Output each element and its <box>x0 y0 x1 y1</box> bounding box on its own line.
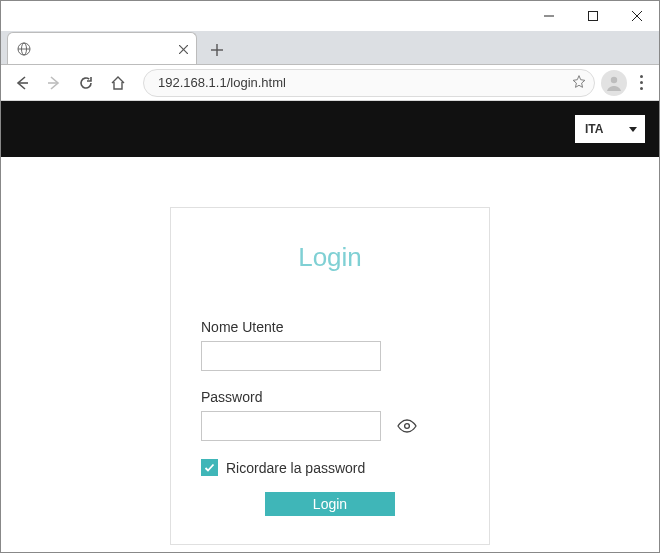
plus-icon <box>211 44 223 56</box>
maximize-icon <box>588 11 598 21</box>
close-icon <box>632 11 642 21</box>
window-titlebar <box>1 1 659 31</box>
browser-tab-strip <box>1 31 659 65</box>
password-row: Password <box>201 389 459 441</box>
browser-tab[interactable] <box>7 32 197 64</box>
arrow-left-icon <box>14 75 30 91</box>
reload-button[interactable] <box>71 68 101 98</box>
kebab-dot-icon <box>640 87 643 90</box>
profile-button[interactable] <box>601 70 627 96</box>
language-selector[interactable]: ITA <box>575 115 645 143</box>
password-label: Password <box>201 389 459 405</box>
new-tab-button[interactable] <box>203 36 231 64</box>
window-minimize-button[interactable] <box>527 1 571 31</box>
back-button[interactable] <box>7 68 37 98</box>
home-button[interactable] <box>103 68 133 98</box>
bookmark-button[interactable] <box>572 74 586 91</box>
show-password-button[interactable] <box>397 419 417 437</box>
login-title: Login <box>201 242 459 273</box>
arrow-right-icon <box>46 75 62 91</box>
kebab-dot-icon <box>640 75 643 78</box>
remember-label: Ricordare la password <box>226 460 365 476</box>
person-icon <box>605 74 623 92</box>
login-card: Login Nome Utente Password Ricordare la … <box>170 207 490 545</box>
login-area: Login Nome Utente Password Ricordare la … <box>1 157 659 545</box>
svg-point-14 <box>405 424 410 429</box>
reload-icon <box>78 75 94 91</box>
username-label: Nome Utente <box>201 319 459 335</box>
forward-button[interactable] <box>39 68 69 98</box>
remember-checkbox[interactable] <box>201 459 218 476</box>
site-header: ITA <box>1 101 659 157</box>
username-input[interactable] <box>201 341 381 371</box>
browser-menu-button[interactable] <box>629 75 653 90</box>
home-icon <box>110 75 126 91</box>
chevron-down-icon <box>629 122 637 136</box>
eye-icon <box>397 419 417 433</box>
browser-toolbar: 192.168.1.1/login.html <box>1 65 659 101</box>
kebab-dot-icon <box>640 81 643 84</box>
check-icon <box>204 462 215 473</box>
window-close-button[interactable] <box>615 1 659 31</box>
password-input[interactable] <box>201 411 381 441</box>
tab-close-button[interactable] <box>179 41 188 57</box>
svg-rect-1 <box>589 12 598 21</box>
page-content: ITA Login Nome Utente Password <box>1 101 659 552</box>
window-maximize-button[interactable] <box>571 1 615 31</box>
username-row: Nome Utente <box>201 319 459 371</box>
login-button[interactable]: Login <box>265 492 395 516</box>
address-bar[interactable]: 192.168.1.1/login.html <box>143 69 595 97</box>
remember-password-row[interactable]: Ricordare la password <box>201 459 459 476</box>
star-icon <box>572 74 586 88</box>
language-selected: ITA <box>585 122 603 136</box>
globe-icon <box>16 41 32 57</box>
svg-point-13 <box>611 76 617 82</box>
address-text: 192.168.1.1/login.html <box>158 75 286 90</box>
minimize-icon <box>544 11 554 21</box>
close-icon <box>179 45 188 54</box>
